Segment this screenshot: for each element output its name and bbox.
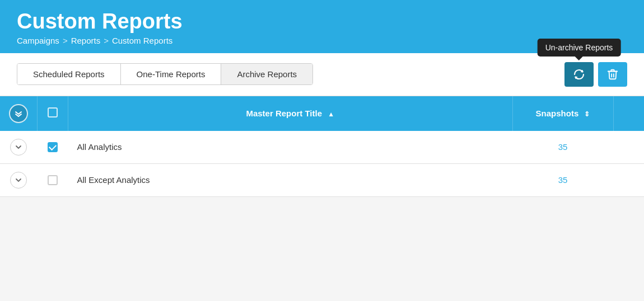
- reports-table: Master Report Title ▲ Snapshots ⇕: [0, 96, 644, 197]
- restore-button-wrapper: Un-archive Reports: [564, 62, 594, 87]
- row1-actions-cell: [613, 131, 644, 164]
- tab-onetime[interactable]: One-Time Reports: [121, 64, 222, 84]
- th-expand: [0, 96, 38, 131]
- tab-archive[interactable]: Archive Reports: [221, 64, 312, 84]
- page-header: Custom Reports Campaigns > Reports > Cus…: [0, 0, 644, 53]
- th-snapshots: Snapshots ⇕: [512, 96, 613, 131]
- row2-snapshots: 35: [558, 175, 568, 185]
- breadcrumb-custom-reports[interactable]: Custom Reports: [112, 36, 172, 45]
- row1-title: All Analytics: [77, 142, 122, 152]
- row2-title: All Except Analytics: [77, 175, 150, 185]
- header-checkbox[interactable]: [48, 107, 58, 117]
- table-row: All Analytics 35: [0, 131, 644, 164]
- breadcrumb-sep-2: >: [104, 36, 109, 45]
- th-snapshots-label: Snapshots: [536, 109, 579, 118]
- row1-expand-btn[interactable]: [10, 139, 27, 156]
- restore-button[interactable]: [564, 62, 594, 87]
- trash-icon: [606, 68, 619, 81]
- row2-checkbox[interactable]: [48, 175, 58, 185]
- action-buttons: Un-archive Reports: [564, 62, 627, 87]
- row1-checkbox[interactable]: [48, 142, 58, 152]
- row2-expand-btn[interactable]: [10, 172, 27, 189]
- th-title: Master Report Title ▲: [68, 96, 513, 131]
- th-title-label: Master Report Title: [246, 109, 322, 118]
- table-row: All Except Analytics 35: [0, 163, 644, 196]
- breadcrumb: Campaigns > Reports > Custom Reports: [17, 36, 627, 45]
- breadcrumb-campaigns[interactable]: Campaigns: [17, 36, 59, 45]
- sort-asc-icon[interactable]: ▲: [328, 110, 334, 118]
- table-body: All Analytics 35: [0, 131, 644, 197]
- row1-title-cell: All Analytics: [68, 131, 513, 164]
- row1-expand-cell: [0, 131, 38, 164]
- row1-snapshots-cell: 35: [512, 131, 613, 164]
- breadcrumb-sep-1: >: [63, 36, 68, 45]
- tab-scheduled[interactable]: Scheduled Reports: [17, 64, 121, 84]
- page-title: Custom Reports: [17, 10, 627, 34]
- toolbar: Scheduled Reports One-Time Reports Archi…: [0, 53, 644, 96]
- reports-table-container: Master Report Title ▲ Snapshots ⇕: [0, 96, 644, 197]
- chevron-down-icon: [15, 177, 22, 184]
- row1-check-cell: [38, 131, 68, 164]
- row2-expand-cell: [0, 163, 38, 196]
- breadcrumb-reports[interactable]: Reports: [71, 36, 101, 45]
- row2-check-cell: [38, 163, 68, 196]
- tabs-container: Scheduled Reports One-Time Reports Archi…: [17, 63, 313, 85]
- restore-icon: [572, 68, 586, 81]
- th-actions: [613, 96, 644, 131]
- row1-snapshots: 35: [558, 142, 568, 152]
- snapshots-sort-icon[interactable]: ⇕: [584, 110, 590, 118]
- header-expand-btn[interactable]: [9, 104, 28, 123]
- chevron-down-icon: [15, 144, 22, 150]
- table-header-row: Master Report Title ▲ Snapshots ⇕: [0, 96, 644, 131]
- th-check: [38, 96, 68, 131]
- double-chevron-down-icon: [14, 109, 23, 118]
- row2-title-cell: All Except Analytics: [68, 163, 513, 196]
- row2-snapshots-cell: 35: [512, 163, 613, 196]
- delete-button[interactable]: [598, 62, 627, 87]
- row2-actions-cell: [613, 163, 644, 196]
